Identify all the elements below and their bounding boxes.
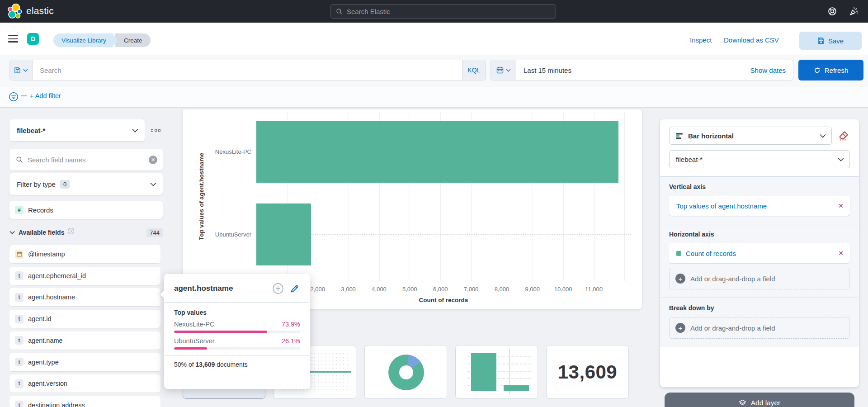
time-range-value[interactable]: Last 15 minutes	[516, 60, 743, 80]
string-field-icon: t	[15, 336, 24, 345]
global-search-input[interactable]: Search Elastic	[330, 4, 556, 19]
filter-type-count-badge: 0	[60, 180, 70, 189]
chevron-down-icon	[9, 231, 15, 234]
string-field-icon: t	[15, 379, 24, 388]
available-fields-accordion[interactable]: Available fields ? 744	[9, 225, 163, 240]
field-item-agent.type[interactable]: tagent.type	[9, 353, 160, 371]
field-item-agent.id[interactable]: tagent.id	[9, 310, 160, 328]
show-dates-button[interactable]: Show dates	[743, 60, 793, 80]
date-field-icon	[15, 250, 24, 259]
records-field-item[interactable]: # Records	[9, 201, 163, 219]
saved-query-menu-button[interactable]	[10, 60, 33, 80]
filter-by-type-button[interactable]: Filter by type 0	[9, 173, 163, 195]
filter-icon[interactable]	[9, 92, 19, 102]
add-field-to-workspace-icon[interactable]	[271, 282, 285, 295]
bar-thumbnail-tall	[471, 353, 496, 391]
refresh-button[interactable]: Refresh	[798, 60, 863, 80]
download-csv-link[interactable]: Download as CSV	[724, 36, 779, 44]
field-item-@timestamp[interactable]: @timestamp	[9, 245, 160, 263]
crosshair-dotted-line	[311, 234, 631, 235]
inspect-link[interactable]: Inspect	[690, 36, 712, 44]
x-tick-label: 4,000	[363, 286, 395, 293]
date-quick-menu-button[interactable]	[491, 60, 516, 80]
dimension-count-of-records[interactable]: Count of records ✕	[669, 243, 850, 263]
kql-query-input[interactable]: Search KQL	[9, 60, 486, 80]
break-down-by-section: Break down by + Add or drag-and-drop a f…	[660, 298, 859, 347]
chevron-down-icon	[838, 157, 844, 161]
index-options-icon[interactable]	[149, 125, 162, 136]
chart-plot-area	[256, 112, 631, 281]
top-header: elastic Search Elastic	[0, 0, 868, 23]
series-color-swatch	[676, 251, 681, 256]
search-icon	[16, 156, 23, 163]
field-stats-popover: agent.hostname Top values NexusLite-PC73…	[164, 274, 310, 389]
x-tick-label: 7,000	[455, 286, 487, 293]
field-search-input[interactable]: Search field names ✕	[9, 149, 163, 170]
layer-index-pattern-select[interactable]: filebeat-*	[669, 150, 850, 168]
query-language-button[interactable]: KQL	[462, 60, 486, 80]
bar-UbuntuServer[interactable]	[256, 204, 311, 265]
suggestion-metric[interactable]: 13,609	[546, 345, 629, 399]
elastic-logo-icon[interactable]	[7, 4, 23, 19]
x-tick-label: 10,000	[547, 286, 579, 293]
field-item-agent.version[interactable]: tagent.version	[9, 374, 160, 393]
help-icon[interactable]	[827, 6, 837, 16]
dimension-top-values[interactable]: Top values of agent.hostname ✕	[669, 196, 850, 216]
top-value-row: NexusLite-PC73.9%	[174, 321, 300, 328]
x-axis-line	[256, 281, 631, 281]
vertical-axis-section: Vertical axis Top values of agent.hostna…	[660, 177, 859, 224]
plus-icon: +	[675, 323, 685, 333]
field-item-agent.hostname[interactable]: tagent.hostname	[9, 288, 160, 306]
remove-dimension-icon[interactable]: ✕	[838, 202, 844, 209]
refresh-icon	[814, 67, 821, 74]
index-pattern-select[interactable]: filebeat-*	[9, 119, 145, 141]
chevron-down-icon	[132, 128, 138, 133]
add-field-dropzone[interactable]: + Add or drag-and-drop a field	[669, 317, 850, 339]
chart-type-select[interactable]: Bar horizontal	[669, 127, 832, 145]
category-label-NexusLite-PC: NexusLite-PC	[184, 148, 251, 155]
calendar-icon	[496, 66, 504, 74]
add-filter-button[interactable]: + Add filter	[30, 92, 61, 99]
popover-field-title: agent.hostname	[174, 284, 271, 293]
space-badge[interactable]: D	[27, 33, 39, 45]
date-picker[interactable]: Last 15 minutes Show dates	[491, 60, 793, 80]
string-field-icon: t	[15, 401, 24, 407]
global-search-placeholder: Search Elastic	[347, 8, 390, 15]
field-item-agent.name[interactable]: tagent.name	[9, 331, 160, 350]
breadcrumb-visualize-library[interactable]: Visualize Library	[53, 33, 113, 47]
save-icon	[817, 37, 825, 44]
suggestion-donut-chart[interactable]	[364, 345, 447, 399]
x-tick-label: 11,000	[578, 286, 610, 293]
add-layer-button[interactable]: Add layer	[665, 393, 854, 407]
save-button[interactable]: Save	[799, 32, 862, 50]
breadcrumb-create: Create	[115, 33, 151, 47]
clear-search-icon[interactable]: ✕	[149, 156, 157, 164]
query-placeholder: Search	[40, 66, 61, 74]
gridline	[624, 112, 625, 281]
chevron-down-icon	[23, 69, 28, 72]
x-tick-label: 8,000	[486, 286, 518, 293]
field-item-agent.ephemeral_id[interactable]: tagent.ephemeral_id	[9, 267, 160, 285]
field-item-destination.address[interactable]: tdestination.address	[9, 396, 160, 407]
newsfeed-icon[interactable]	[849, 6, 859, 16]
string-field-icon: t	[15, 358, 24, 366]
suggestion-bar-vertical[interactable]	[455, 345, 538, 399]
search-icon	[336, 8, 343, 15]
x-tick-label: 6,000	[425, 286, 456, 293]
category-label-UbuntuServer: UbuntuServer	[184, 231, 251, 238]
help-circle-icon[interactable]: ?	[68, 228, 74, 234]
top-values-heading: Top values	[174, 309, 300, 316]
add-field-dropzone[interactable]: + Add or drag-and-drop a field	[669, 268, 850, 289]
layers-icon	[739, 399, 746, 407]
bar-NexusLite-PC[interactable]	[256, 121, 618, 183]
bar-horizontal-icon	[676, 132, 684, 140]
filter-divider	[21, 95, 27, 96]
clear-layer-eraser-icon[interactable]	[838, 130, 849, 141]
available-fields-count-badge: 744	[146, 228, 163, 237]
popover-footer: 50% of 13,609 documents	[164, 355, 310, 374]
chevron-down-icon	[150, 182, 156, 186]
menu-icon[interactable]	[8, 35, 18, 43]
remove-dimension-icon[interactable]: ✕	[838, 250, 844, 257]
top-values-list: NexusLite-PC73.9%UbuntuServer26.1%	[174, 321, 300, 350]
edit-field-pencil-icon[interactable]	[288, 282, 302, 295]
